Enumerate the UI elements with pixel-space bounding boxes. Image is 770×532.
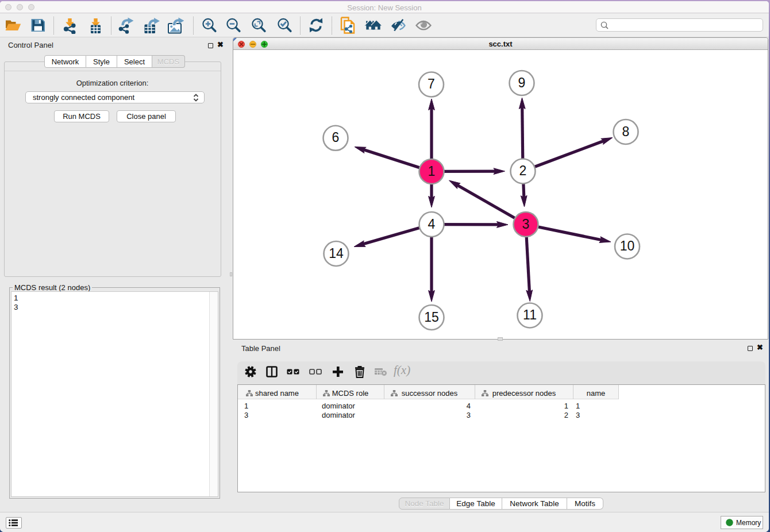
svg-text:8: 8 [622, 124, 630, 139]
svg-text:4: 4 [428, 217, 436, 232]
svg-text:6: 6 [332, 130, 340, 145]
svg-text:9: 9 [518, 75, 526, 90]
svg-text:1: 1 [428, 164, 436, 179]
svg-text:11: 11 [523, 307, 537, 322]
svg-text:3: 3 [522, 217, 530, 232]
svg-text:15: 15 [424, 310, 439, 325]
svg-text:2: 2 [519, 163, 527, 178]
svg-text:14: 14 [329, 246, 344, 261]
svg-text:10: 10 [620, 238, 635, 253]
svg-text:7: 7 [428, 76, 435, 91]
